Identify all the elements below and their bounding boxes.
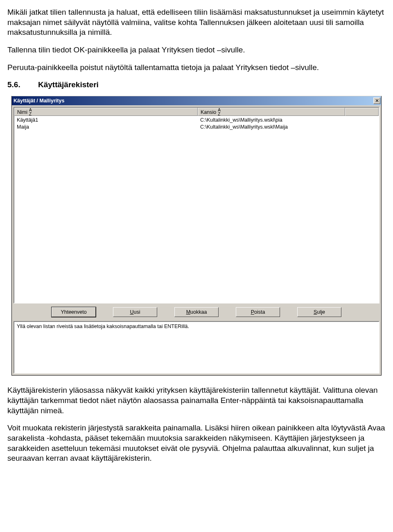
- delete-button[interactable]: Poista: [236, 307, 280, 317]
- summary-button[interactable]: Yhteenveto: [52, 307, 96, 317]
- close-icon[interactable]: ✕: [373, 97, 380, 104]
- edit-button[interactable]: Muokkaa: [174, 307, 219, 317]
- close-button[interactable]: Sulje: [297, 307, 341, 317]
- button-row: Yhteenveto Uusi Muokkaa Poista Sulje: [14, 303, 379, 321]
- hint-text: Yllä olevan listan riveistä saa lisätiet…: [17, 324, 189, 329]
- body-paragraph: Käyttäjärekisterin yläosassa näkyvät kai…: [7, 385, 386, 416]
- cell-folder: C:\Kultalinkki_ws\Malliyritys.wskl\Maija: [198, 124, 345, 130]
- section-title: Käyttäjärekisteri: [38, 80, 99, 89]
- sort-a-z-icon: AZ: [218, 108, 221, 116]
- table-row[interactable]: Maija C:\Kultalinkki_ws\Malliyritys.wskl…: [14, 123, 379, 130]
- cell-name: Maija: [14, 124, 198, 130]
- list-header: Nimi AZ Kansio AZ: [14, 108, 379, 116]
- column-header-spare[interactable]: [345, 108, 379, 116]
- new-button[interactable]: Uusi: [113, 307, 157, 317]
- users-list[interactable]: Nimi AZ Kansio AZ Käyttäjä1 C:\Kultalink…: [14, 107, 379, 303]
- section-number: 5.6.: [7, 80, 20, 90]
- cell-name: Käyttäjä1: [14, 117, 198, 123]
- body-paragraph: Mikäli jatkat tilien tallennusta ja halu…: [7, 7, 386, 38]
- hint-panel: Yllä olevan listan riveistä saa lisätiet…: [14, 321, 379, 374]
- body-paragraph: Tallenna tilin tiedot OK-painikkeella ja…: [7, 45, 386, 55]
- table-row[interactable]: Käyttäjä1 C:\Kultalinkki_ws\Malliyritys.…: [14, 116, 379, 123]
- column-header-folder[interactable]: Kansio AZ: [198, 108, 345, 116]
- dialog-title: Käyttäjät / Malliyritys: [14, 97, 64, 104]
- body-paragraph: Voit muokata rekisterin järjestystä sara…: [7, 423, 386, 464]
- cell-folder: C:\Kultalinkki_ws\Malliyritys.wskl\pia: [198, 117, 345, 123]
- list-body[interactable]: Käyttäjä1 C:\Kultalinkki_ws\Malliyritys.…: [14, 116, 379, 130]
- sort-a-z-icon: AZ: [29, 108, 32, 116]
- section-heading: 5.6. Käyttäjärekisteri: [7, 80, 386, 90]
- column-header-name[interactable]: Nimi AZ: [14, 108, 198, 116]
- users-dialog: Käyttäjät / Malliyritys ✕ Nimi AZ Kansio…: [11, 96, 382, 376]
- dialog-titlebar[interactable]: Käyttäjät / Malliyritys ✕: [12, 96, 381, 105]
- body-paragraph: Peruuta-painikkeella poistut näytöltä ta…: [7, 63, 386, 73]
